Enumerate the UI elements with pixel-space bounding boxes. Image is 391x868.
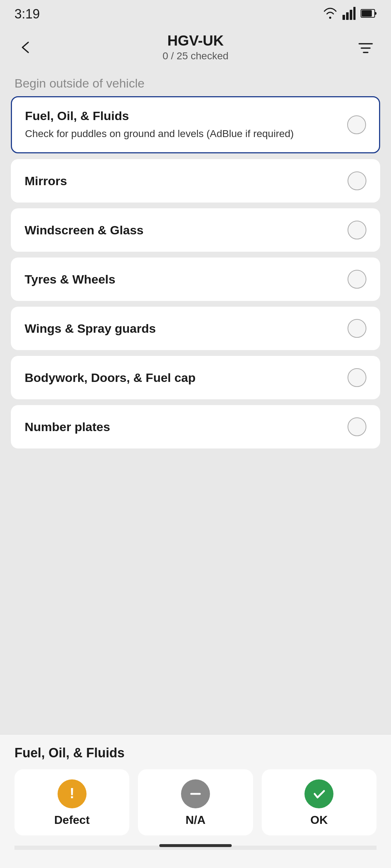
checklist-item-wings-spray-guards[interactable]: Wings & Spray guards bbox=[11, 307, 380, 350]
status-icons bbox=[323, 7, 377, 22]
radio-circle[interactable] bbox=[348, 417, 366, 436]
svg-rect-1 bbox=[346, 12, 349, 20]
status-bar: 3:19 bbox=[0, 0, 391, 25]
radio-circle[interactable] bbox=[348, 270, 366, 289]
svg-rect-0 bbox=[342, 15, 345, 20]
checklist-item-title: Number plates bbox=[25, 420, 340, 434]
filter-button[interactable] bbox=[355, 37, 377, 58]
radio-circle[interactable] bbox=[347, 115, 366, 134]
checklist-item-content: Number plates bbox=[25, 420, 348, 434]
svg-text:!: ! bbox=[70, 786, 74, 801]
checklist-item-fuel-oil-fluids[interactable]: Fuel, Oil, & Fluids Check for puddles on… bbox=[11, 96, 380, 153]
page-title: HGV-UK bbox=[163, 33, 228, 49]
status-time: 3:19 bbox=[14, 7, 40, 22]
checklist-item-title: Windscreen & Glass bbox=[25, 223, 340, 237]
radio-circle[interactable] bbox=[348, 368, 366, 387]
defect-button[interactable]: ! Defect bbox=[14, 769, 129, 835]
checklist-item-desc: Check for puddles on ground and levels (… bbox=[25, 127, 340, 141]
checklist: Fuel, Oil, & Fluids Check for puddles on… bbox=[0, 96, 391, 448]
svg-rect-5 bbox=[362, 10, 372, 17]
home-indicator bbox=[14, 846, 377, 850]
ok-label: OK bbox=[310, 813, 328, 827]
ok-button[interactable]: OK bbox=[262, 769, 377, 835]
home-bar bbox=[159, 844, 232, 847]
svg-rect-3 bbox=[353, 7, 356, 20]
checklist-item-title: Fuel, Oil, & Fluids bbox=[25, 109, 340, 123]
wifi-icon bbox=[323, 7, 337, 22]
bottom-panel: Fuel, Oil, & Fluids ! Defect N/A bbox=[0, 734, 391, 868]
checklist-item-number-plates[interactable]: Number plates bbox=[11, 405, 380, 448]
na-button[interactable]: N/A bbox=[138, 769, 253, 835]
bottom-actions: ! Defect N/A OK bbox=[14, 769, 377, 835]
content-area: Begin outside of vehicle Fuel, Oil, & Fl… bbox=[0, 69, 391, 571]
checklist-item-content: Mirrors bbox=[25, 174, 348, 188]
radio-circle[interactable] bbox=[348, 221, 366, 239]
checklist-item-title: Tyres & Wheels bbox=[25, 272, 340, 286]
checklist-item-content: Windscreen & Glass bbox=[25, 223, 348, 237]
checklist-item-content: Bodywork, Doors, & Fuel cap bbox=[25, 371, 348, 385]
ok-icon bbox=[304, 779, 333, 808]
defect-icon: ! bbox=[58, 779, 87, 808]
na-label: N/A bbox=[185, 813, 205, 827]
battery-icon bbox=[361, 9, 377, 20]
checklist-item-mirrors[interactable]: Mirrors bbox=[11, 159, 380, 203]
checklist-item-windscreen-glass[interactable]: Windscreen & Glass bbox=[11, 208, 380, 252]
header-center: HGV-UK 0 / 25 checked bbox=[163, 33, 228, 62]
progress-subtitle: 0 / 25 checked bbox=[163, 50, 228, 62]
checklist-item-title: Bodywork, Doors, & Fuel cap bbox=[25, 371, 340, 385]
header: HGV-UK 0 / 25 checked bbox=[0, 25, 391, 69]
signal-icon bbox=[342, 7, 356, 21]
checklist-item-content: Fuel, Oil, & Fluids Check for puddles on… bbox=[25, 109, 347, 141]
checklist-item-bodywork-doors-fuel-cap[interactable]: Bodywork, Doors, & Fuel cap bbox=[11, 356, 380, 399]
bottom-panel-title: Fuel, Oil, & Fluids bbox=[14, 745, 377, 761]
radio-circle[interactable] bbox=[348, 319, 366, 338]
checklist-item-tyres-wheels[interactable]: Tyres & Wheels bbox=[11, 258, 380, 301]
svg-rect-2 bbox=[350, 10, 352, 20]
checklist-item-content: Tyres & Wheels bbox=[25, 272, 348, 286]
section-heading: Begin outside of vehicle bbox=[0, 69, 391, 96]
back-button[interactable] bbox=[14, 37, 36, 58]
checklist-item-title: Wings & Spray guards bbox=[25, 322, 340, 336]
radio-circle[interactable] bbox=[348, 171, 366, 190]
checklist-item-content: Wings & Spray guards bbox=[25, 322, 348, 336]
na-icon bbox=[181, 779, 210, 808]
defect-label: Defect bbox=[54, 813, 90, 827]
checklist-item-title: Mirrors bbox=[25, 174, 340, 188]
